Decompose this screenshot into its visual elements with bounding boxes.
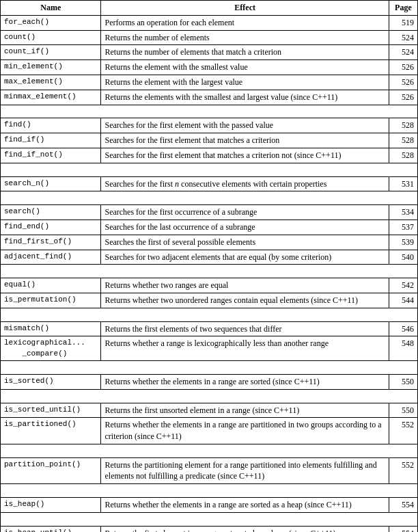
page-number: 546	[389, 321, 417, 336]
function-effect: Returns the first unsorted element in a …	[101, 403, 389, 418]
function-name: find_if_not()	[1, 148, 101, 163]
function-name: find_end()	[1, 220, 101, 235]
page-number: 528	[389, 148, 417, 163]
function-name: minmax_element()	[1, 90, 101, 105]
table-row: is_permutation()Returns whether two unor…	[1, 293, 418, 308]
function-effect: Searches for the first element that matc…	[101, 148, 389, 163]
function-effect: Returns whether the elements in a range …	[101, 418, 389, 444]
function-effect: Returns the element with the smallest va…	[101, 60, 389, 75]
function-effect: Returns the number of elements that matc…	[101, 45, 389, 60]
table-row	[1, 512, 418, 526]
table-row: lexicographical... _compare()Returns whe…	[1, 336, 418, 361]
table-row: max_element()Returns the element with th…	[1, 75, 418, 90]
table-row	[1, 444, 418, 457]
table-row: is_heap()Returns whether the elements in…	[1, 498, 418, 513]
function-name: count_if()	[1, 45, 101, 60]
function-name: find()	[1, 118, 101, 133]
function-effect: Returns whether the elements in a range …	[101, 374, 389, 389]
table-row: search()Searches for the first occurrenc…	[1, 205, 418, 220]
function-effect: Returns the first elements of two sequen…	[101, 321, 389, 336]
table-row: is_heap_until()Returns the first element…	[1, 526, 418, 532]
function-effect: Searches for the first occurrence of a s…	[101, 205, 389, 220]
page-number: 552	[389, 418, 417, 444]
page-number: 540	[389, 250, 417, 265]
table-row: is_sorted()Returns whether the elements …	[1, 374, 418, 389]
function-name: is_partitioned()	[1, 418, 101, 444]
function-name: equal()	[1, 278, 101, 293]
function-name: partition_point()	[1, 457, 101, 484]
table-row: find_if_not()Searches for the first elem…	[1, 148, 418, 163]
page-number: 554	[389, 526, 417, 532]
table-row: search_n()Searches for the first n conse…	[1, 176, 418, 191]
function-effect: Searches for the first element with the …	[101, 118, 389, 133]
table-row	[1, 191, 418, 205]
function-name: min_element()	[1, 60, 101, 75]
table-row: partition_point()Returns the partitionin…	[1, 457, 418, 484]
page-number: 542	[389, 278, 417, 293]
table-row: mismatch()Returns the first elements of …	[1, 321, 418, 336]
function-effect: Searches for two adjacent elements that …	[101, 250, 389, 265]
table-row: find_end()Searches for the last occurren…	[1, 220, 418, 235]
page-number: 524	[389, 30, 417, 45]
function-effect: Searches the first of several possible e…	[101, 235, 389, 250]
table-row: for_each()Performs an operation for each…	[1, 15, 418, 30]
table-row	[1, 265, 418, 278]
table-row: is_partitioned()Returns whether the elem…	[1, 418, 418, 444]
page-number: 539	[389, 235, 417, 250]
function-effect: Returns whether two ranges are equal	[101, 278, 389, 293]
page-number: 550	[389, 403, 417, 418]
table-row: adjacent_find()Searches for two adjacent…	[1, 250, 418, 265]
page-number: 526	[389, 75, 417, 90]
function-name: find_if()	[1, 133, 101, 148]
function-effect: Searches for the last occurrence of a su…	[101, 220, 389, 235]
page-number: 537	[389, 220, 417, 235]
page-number: 526	[389, 60, 417, 75]
function-effect: Returns the element with the largest val…	[101, 75, 389, 90]
page-number: 524	[389, 45, 417, 60]
function-name: is_permutation()	[1, 293, 101, 308]
table-row	[1, 389, 418, 403]
function-effect: Returns the partitioning element for a r…	[101, 457, 389, 484]
function-effect: Returns whether two unordered ranges con…	[101, 293, 389, 308]
page-number: 548	[389, 336, 417, 361]
header-name: Name	[1, 1, 101, 16]
function-effect: Returns the elements with the smallest a…	[101, 90, 389, 105]
function-name: is_sorted_until()	[1, 403, 101, 418]
table-row	[1, 163, 418, 176]
table-row	[1, 361, 418, 375]
table-row: equal()Returns whether two ranges are eq…	[1, 278, 418, 293]
function-name: find_first_of()	[1, 235, 101, 250]
function-name: search()	[1, 205, 101, 220]
page-number: 528	[389, 133, 417, 148]
page-number: 528	[389, 118, 417, 133]
function-effect: Returns the number of elements	[101, 30, 389, 45]
reference-table: Name Effect Page for_each()Performs an o…	[0, 0, 418, 532]
page-number: 534	[389, 205, 417, 220]
function-name: max_element()	[1, 75, 101, 90]
function-name: count()	[1, 30, 101, 45]
function-name: for_each()	[1, 15, 101, 30]
function-effect: Returns whether the elements in a range …	[101, 498, 389, 513]
function-name: mismatch()	[1, 321, 101, 336]
function-name: search_n()	[1, 176, 101, 191]
table-row: find()Searches for the first element wit…	[1, 118, 418, 133]
function-name: is_heap_until()	[1, 526, 101, 532]
function-effect: Performs an operation for each element	[101, 15, 389, 30]
table-row	[1, 484, 418, 498]
function-effect: Searches for the first element that matc…	[101, 133, 389, 148]
function-name: adjacent_find()	[1, 250, 101, 265]
table-row	[1, 308, 418, 321]
function-effect: Searches for the first n consecutive ele…	[101, 176, 389, 191]
function-name: is_heap()	[1, 498, 101, 513]
page-number: 519	[389, 15, 417, 30]
page-number: 526	[389, 90, 417, 105]
page-number: 550	[389, 374, 417, 389]
table-row: is_sorted_until()Returns the first unsor…	[1, 403, 418, 418]
page-number: 552	[389, 457, 417, 484]
table-row: find_first_of()Searches the first of sev…	[1, 235, 418, 250]
page-number: 531	[389, 176, 417, 191]
header-page: Page	[389, 1, 417, 16]
header-effect: Effect	[101, 1, 389, 16]
table-row: count()Returns the number of elements524	[1, 30, 418, 45]
table-row: count_if()Returns the number of elements…	[1, 45, 418, 60]
